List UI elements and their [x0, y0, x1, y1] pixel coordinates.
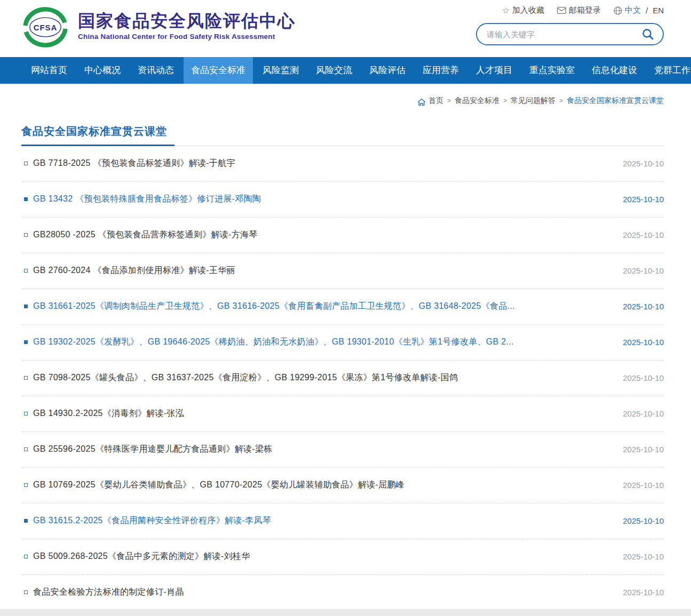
square-bullet-icon — [24, 162, 28, 165]
footer-band — [0, 609, 691, 616]
nav-item-home[interactable]: 网站首页 — [23, 57, 75, 84]
mail-login-label: 邮箱登录 — [569, 5, 601, 15]
breadcrumb-food-safety-standards[interactable]: 食品安全标准 — [455, 96, 499, 105]
breadcrumb-items: 首页>食品安全标准>常见问题解答>食品安全国家标准宣贯云课堂 — [428, 96, 664, 106]
list-item: GB 13432 《预包装特殊膳食用食品标签》修订进展-邓陶陶2025-10-1… — [21, 182, 664, 218]
article-title-link[interactable]: GB 2760-2024 《食品添加剂使用标准》解读-王华丽 — [33, 265, 610, 276]
add-favorite-link[interactable]: ☆ 加入收藏 — [502, 5, 544, 15]
breadcrumb-faq[interactable]: 常见问题解答 — [511, 96, 555, 105]
list-item: GB 31615.2-2025《食品用菌种安全性评价程序》解读-李凤琴2025-… — [21, 503, 664, 539]
article-title-link[interactable]: GB 25596-2025《特殊医学用途婴儿配方食品通则》解读-梁栋 — [33, 444, 610, 455]
nav-item-talent-programs[interactable]: 人才项目 — [468, 57, 520, 84]
square-bullet-icon — [24, 340, 28, 344]
globe-icon — [614, 6, 622, 15]
header-right: ☆ 加入收藏 邮箱登录 中文 / EN — [476, 5, 664, 45]
nav-item-risk-assessment[interactable]: 风险评估 — [362, 57, 413, 84]
article-title-link[interactable]: GB 31615.2-2025《食品用菌种安全性评价程序》解读-李凤琴 — [33, 515, 610, 526]
article-date: 2025-10-10 — [623, 516, 664, 525]
article-title-link[interactable]: GB 5009.268-2025《食品中多元素的测定》解读-刘桂华 — [33, 551, 610, 562]
breadcrumb-separator: > — [559, 97, 563, 105]
square-bullet-icon — [24, 519, 28, 523]
star-icon: ☆ — [502, 6, 510, 15]
lang-separator: / — [646, 6, 648, 15]
article-date: 2025-10-10 — [623, 588, 664, 597]
nav-item-informatization[interactable]: 信息化建设 — [584, 57, 645, 84]
square-bullet-icon — [24, 233, 28, 237]
search-box — [476, 23, 664, 45]
logo-acronym: CFSA — [34, 23, 58, 32]
mail-login-link[interactable]: 邮箱登录 — [557, 5, 601, 15]
list-item: GB 7718-2025 《预包装食品标签通则》解读-于航宇2025-10-10 — [21, 146, 664, 182]
list-item: GB 2760-2024 《食品添加剂使用标准》解读-王华丽2025-10-10 — [21, 253, 664, 289]
square-bullet-icon — [24, 305, 28, 308]
article-date: 2025-10-10 — [623, 552, 664, 561]
article-list: GB 7718-2025 《预包装食品标签通则》解读-于航宇2025-10-10… — [21, 146, 664, 611]
article-date: 2025-10-10 — [623, 159, 664, 168]
article-title-link[interactable]: GB 14930.2-2025《消毒剂》解读-张泓 — [33, 408, 610, 419]
list-item: GB 25596-2025《特殊医学用途婴儿配方食品通则》解读-梁栋2025-1… — [21, 432, 664, 468]
site-logo: CFSA 国家食品安全风险评估中心 China National Center … — [20, 3, 296, 51]
add-favorite-label: 加入收藏 — [512, 5, 544, 15]
nav-item-food-safety-standards[interactable]: 食品安全标准 — [184, 57, 253, 84]
square-bullet-icon — [24, 197, 28, 201]
list-item: 食品安全检验方法标准的制定修订-肖晶2025-10-10 — [21, 575, 664, 611]
article-date: 2025-10-10 — [623, 481, 664, 490]
article-date: 2025-10-10 — [623, 195, 664, 204]
nav-item-news[interactable]: 资讯动态 — [130, 57, 181, 84]
article-title-link[interactable]: GB 13432 《预包装特殊膳食用食品标签》修订进展-邓陶陶 — [33, 194, 610, 205]
language-switch: 中文 / EN — [614, 5, 664, 15]
article-date: 2025-10-10 — [623, 302, 664, 311]
site-title-cn: 国家食品安全风险评估中心 — [78, 12, 296, 30]
article-date: 2025-10-10 — [623, 230, 664, 239]
square-bullet-icon — [24, 376, 28, 380]
breadcrumb-separator: > — [503, 97, 507, 105]
article-title-link[interactable]: 食品安全检验方法标准的制定修订-肖晶 — [33, 587, 610, 598]
square-bullet-icon — [24, 483, 28, 487]
list-item: GB 14930.2-2025《消毒剂》解读-张泓2025-10-10 — [21, 396, 664, 432]
article-title-link[interactable]: GB 7718-2025 《预包装食品标签通则》解读-于航宇 — [33, 158, 610, 169]
nav-item-applied-nutrition[interactable]: 应用营养 — [415, 57, 466, 84]
lang-chinese-link[interactable]: 中文 — [625, 5, 641, 15]
article-title-link[interactable]: GB28050 -2025 《预包装食品营养标签通则》解读-方海琴 — [33, 229, 610, 241]
top-links: ☆ 加入收藏 邮箱登录 中文 / EN — [476, 5, 664, 15]
square-bullet-icon — [24, 447, 28, 451]
list-item: GB 19302-2025《发酵乳》、GB 19646-2025《稀奶油、奶油和… — [21, 325, 664, 361]
search-input[interactable] — [487, 30, 640, 39]
article-date: 2025-10-10 — [623, 409, 664, 418]
home-icon — [417, 98, 426, 106]
square-bullet-icon — [24, 590, 28, 594]
article-title-link[interactable]: GB 7098-2025《罐头食品》、GB 31637-2025《食用淀粉》、G… — [33, 372, 610, 383]
main-nav: 网站首页中心概况资讯动态食品安全标准风险监测风险交流风险评估应用营养人才项目重点… — [0, 57, 691, 84]
list-item: GB 5009.268-2025《食品中多元素的测定》解读-刘桂华2025-10… — [21, 539, 664, 575]
lang-english-link[interactable]: EN — [653, 6, 664, 15]
search-button[interactable] — [640, 27, 655, 42]
article-date: 2025-10-10 — [623, 338, 664, 347]
nav-item-risk-communication[interactable]: 风险交流 — [308, 57, 360, 84]
site-title-block: 国家食品安全风险评估中心 China National Center for F… — [78, 3, 296, 41]
nav-item-risk-monitoring[interactable]: 风险监测 — [255, 57, 306, 84]
article-title-link[interactable]: GB 10769-2025《婴幼儿谷类辅助食品》、GB 10770-2025《婴… — [33, 479, 610, 491]
list-item: GB28050 -2025 《预包装食品营养标签通则》解读-方海琴2025-10… — [21, 218, 664, 253]
nav-item-party-work[interactable]: 党群工作 — [647, 57, 691, 84]
article-date: 2025-10-10 — [623, 445, 664, 454]
square-bullet-icon — [24, 555, 28, 558]
article-date: 2025-10-10 — [623, 266, 664, 275]
site-title-en: China National Center for Food Safety Ri… — [78, 33, 296, 41]
article-date: 2025-10-10 — [623, 373, 664, 382]
article-title-link[interactable]: GB 31661-2025《调制肉制品生产卫生规范》、GB 31616-2025… — [33, 301, 610, 312]
breadcrumb-separator: > — [447, 97, 451, 105]
breadcrumb-cloud-classroom[interactable]: 食品安全国家标准宣贯云课堂 — [567, 96, 664, 105]
list-item: GB 10769-2025《婴幼儿谷类辅助食品》、GB 10770-2025《婴… — [21, 468, 664, 503]
page-title: 食品安全国家标准宣贯云课堂 — [21, 124, 174, 146]
main-content: 食品安全国家标准宣贯云课堂 GB 7718-2025 《预包装食品标签通则》解读… — [21, 124, 664, 611]
list-item: GB 31661-2025《调制肉制品生产卫生规范》、GB 31616-2025… — [21, 289, 664, 325]
nav-item-key-laboratory[interactable]: 重点实验室 — [522, 57, 582, 84]
search-icon — [641, 28, 654, 41]
nav-item-about-center[interactable]: 中心概况 — [77, 57, 128, 84]
list-item: GB 7098-2025《罐头食品》、GB 31637-2025《食用淀粉》、G… — [21, 361, 664, 396]
article-title-link[interactable]: GB 19302-2025《发酵乳》、GB 19646-2025《稀奶油、奶油和… — [33, 337, 610, 348]
breadcrumb: 首页>食品安全标准>常见问题解答>食品安全国家标准宣贯云课堂 — [0, 84, 691, 114]
mail-icon — [557, 7, 566, 14]
breadcrumb-home[interactable]: 首页 — [428, 96, 443, 105]
cfsa-logo-icon: CFSA — [20, 3, 70, 51]
